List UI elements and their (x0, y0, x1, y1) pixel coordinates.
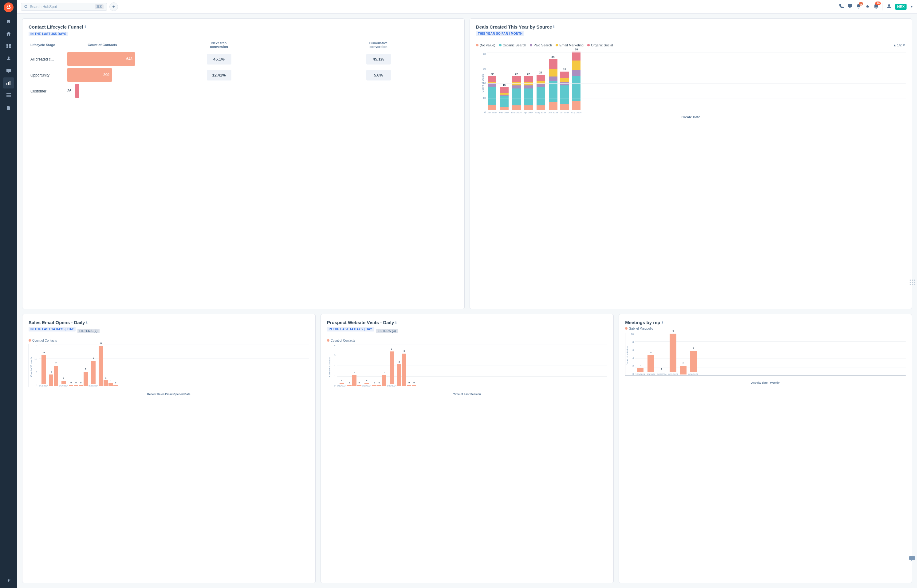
v-bar-rect-10 (402, 354, 406, 386)
bar-total-feb: 15 (503, 83, 506, 86)
email-bar-9 (99, 346, 103, 386)
seg-may-paid (537, 84, 545, 87)
email-x-title: Recent Sales Email Opened Date (29, 393, 309, 396)
y-label-10: 10 (483, 97, 486, 100)
website-visits-filter[interactable]: FILTERS (3) (376, 329, 398, 333)
sidebar (0, 0, 17, 588)
next-page[interactable]: ▼ (902, 43, 906, 47)
add-button[interactable]: + (109, 2, 118, 11)
sidebar-item-dashboard[interactable] (3, 40, 14, 52)
v-bar-val-0: 0 (341, 380, 342, 381)
website-visits-info-icon[interactable]: ℹ (395, 320, 396, 325)
bar-xlabel-apr: Apr 2024 (524, 111, 534, 114)
stage-label: Opportunity (31, 73, 50, 78)
deals-x-title: Create Date (476, 115, 906, 119)
stacked-bar-jan (488, 76, 496, 110)
search-bar[interactable]: Search HubSpot ⌘K (21, 3, 107, 11)
sidebar-item-files[interactable] (3, 102, 14, 113)
deals-legend: (No value) Organic Search Paid Search Em… (476, 43, 906, 47)
phone-icon[interactable] (839, 4, 844, 10)
email-bar-group-12: 0 (113, 385, 118, 387)
v-bar-11: 0 (407, 385, 411, 387)
grid-v4 (337, 344, 608, 344)
settings-icon[interactable] (865, 4, 870, 10)
hubspot-logo[interactable] (4, 2, 13, 12)
notifications-count-badge: 29 (875, 2, 881, 5)
m-bar-val-4: 2 (682, 362, 684, 364)
side-dot (914, 279, 915, 281)
grid-line-30 (487, 68, 906, 68)
count-dot-visits (327, 339, 330, 342)
email-bar-group-10: 2 (104, 380, 108, 387)
count-dot (29, 339, 31, 342)
meetings-x-title: Activity date - Weekly (625, 381, 906, 384)
user-avatar[interactable]: NEX (895, 4, 907, 10)
bar-wrap: 36 (67, 84, 137, 98)
meetings-chart: 10 8 6 4 2 0 Count of activities (625, 333, 906, 388)
notification-icon[interactable]: 1 (856, 4, 861, 10)
bar-group-aug: 38 Aug 2024 (571, 48, 581, 114)
email-bar-xlabel-8: 8/22/2024 (89, 384, 98, 387)
seg-aug-organic (572, 76, 581, 101)
chat-bubble-icon[interactable] (847, 4, 852, 10)
grid-10 (39, 358, 309, 359)
email-opens-card: Sales Email Opens - Daily ℹ IN THE LAST … (22, 314, 315, 583)
v-bar-5: 0 (372, 385, 377, 387)
stacked-bar-jul (560, 71, 569, 110)
v-bar-rect-5 (372, 385, 377, 386)
deals-info-icon[interactable]: ℹ (553, 25, 555, 29)
seg-may-social (537, 75, 545, 81)
side-dot (914, 284, 915, 285)
topnav: Search HubSpot ⌘K + 1 29 (17, 0, 917, 13)
seg-feb-organic (500, 96, 509, 107)
seg-aug-email (572, 61, 581, 70)
prev-page[interactable]: ▲ (893, 43, 896, 47)
m-bar-val-3: 9 (673, 330, 674, 332)
email-bar-6 (79, 385, 83, 386)
sidebar-item-bookmarks[interactable] (3, 16, 14, 27)
email-opens-filter[interactable]: FILTERS (2) (78, 329, 99, 333)
stacked-bar-apr (524, 76, 533, 110)
funnel-info-icon[interactable]: ℹ (84, 25, 86, 29)
meetings-card: Meetings by rep ℹ Gabriel Marguglio 10 8… (619, 314, 912, 583)
topnav-actions: 1 29 NEX ▼ (839, 3, 913, 10)
m-bar-2: 0 8/12/2024 (657, 372, 666, 375)
m-bar-xlabel-0: 7/29/2024 (635, 373, 645, 375)
y-labels: 40 30 20 10 0 (476, 53, 486, 114)
sidebar-item-reports[interactable] (3, 78, 14, 89)
notifications-bell-icon[interactable]: 29 (873, 3, 879, 10)
bar-total-aug: 38 (575, 48, 578, 51)
email-bar-group-1: 4 (49, 375, 53, 387)
email-bars: 10 8/12/2024 4 7 (29, 344, 309, 387)
sidebar-item-settings[interactable] (3, 575, 14, 586)
search-placeholder: Search HubSpot (30, 5, 57, 9)
m-bar-rect-2 (658, 372, 665, 372)
svg-rect-11 (6, 95, 11, 95)
email-bar-val-3: 1 (63, 377, 64, 380)
seg-may-organic (537, 87, 545, 105)
email-bar-12 (113, 385, 118, 386)
seg-jun-email (549, 69, 558, 76)
email-bar-group-2: 7 (54, 366, 58, 387)
bar-xlabel-feb: Feb 2024 (499, 111, 509, 114)
email-opens-info-icon[interactable]: ℹ (86, 320, 87, 325)
stage-label: All created c... (31, 57, 54, 61)
v-bar-val-12: 0 (413, 381, 414, 384)
chat-widget-icon[interactable] (909, 556, 915, 564)
sidebar-item-lists[interactable] (3, 90, 14, 101)
user-menu-chevron[interactable]: ▼ (910, 5, 913, 8)
seg-jan-no-value (488, 105, 496, 110)
email-bar-xlabel-3: 8/17/2024 (59, 384, 68, 387)
table-row: Customer 36 (29, 83, 458, 99)
svg-rect-12 (6, 97, 11, 97)
v-bar-val-6: 0 (378, 381, 380, 384)
sidebar-item-home[interactable] (3, 28, 14, 39)
bar-xlabel-aug: Aug 2024 (571, 111, 581, 114)
user-avatar-icon[interactable] (886, 4, 891, 10)
meetings-info-icon[interactable]: ℹ (661, 320, 663, 325)
sidebar-item-contacts[interactable] (3, 53, 14, 64)
sidebar-item-conversations[interactable] (3, 65, 14, 76)
dashboard: Contact Lifecycle Funnel ℹ IN THE LAST 3… (17, 13, 917, 588)
email-bar-group-3: 1 8/17/2024 (59, 381, 68, 387)
email-bar-val-9: 14 (100, 342, 102, 344)
